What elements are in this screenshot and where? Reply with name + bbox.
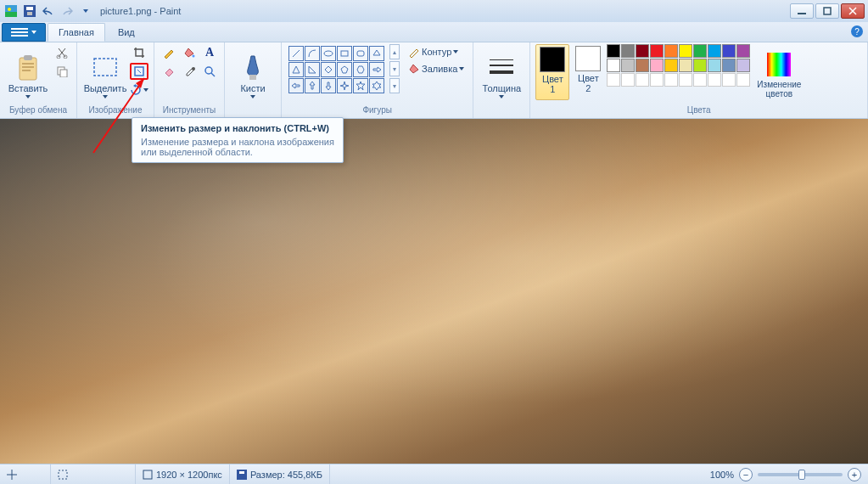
canvas-area [0,119,868,464]
palette-swatch[interactable] [650,73,664,87]
svg-rect-32 [237,470,247,480]
tab-home[interactable]: Главная [48,23,105,42]
help-button[interactable]: ? [851,25,863,37]
svg-rect-29 [767,53,791,76]
shapes-gallery[interactable] [287,44,386,95]
shape-star4[interactable] [337,78,352,93]
palette-swatch[interactable] [664,73,678,87]
svg-rect-16 [60,70,67,77]
shapes-scroll-down[interactable]: ▾ [389,61,400,76]
zoom-in-button[interactable]: + [848,468,861,481]
palette-swatch[interactable] [621,44,635,58]
quick-access-toolbar [0,3,93,19]
palette-swatch[interactable] [636,44,649,58]
shape-star5[interactable] [353,78,368,93]
close-button[interactable] [841,3,865,19]
shape-arrow-u[interactable] [305,78,320,93]
palette-swatch[interactable] [708,44,721,58]
palette-swatch[interactable] [722,44,736,58]
palette-swatch[interactable] [621,59,635,72]
zoom-slider[interactable] [758,473,843,476]
minimize-button[interactable] [790,3,814,19]
palette-swatch[interactable] [708,73,721,87]
maximize-button[interactable] [815,3,839,19]
redo-icon[interactable] [59,3,75,19]
paste-button[interactable]: Вставить [5,44,51,100]
size-label: Толщина [483,83,522,93]
save-icon[interactable] [22,3,37,19]
color2-button[interactable]: Цвет 2 [571,44,605,100]
text-tool[interactable]: A [200,44,219,61]
crop-button[interactable] [130,44,148,61]
brushes-button[interactable]: Кисти [230,44,276,100]
shape-triangle[interactable] [288,62,304,77]
palette-swatch[interactable] [650,59,664,72]
palette-swatch[interactable] [650,44,664,58]
palette-swatch[interactable] [736,59,750,72]
paste-label: Вставить [8,83,48,93]
eraser-tool[interactable] [160,63,178,80]
shape-pentagon[interactable] [337,62,352,77]
palette-swatch[interactable] [621,73,635,87]
cut-button[interactable] [53,44,71,61]
svg-rect-12 [22,70,31,71]
shape-outline-button[interactable]: Контур [405,44,468,59]
palette-swatch[interactable] [693,59,707,72]
zoom-out-button[interactable]: − [739,468,753,481]
palette-swatch[interactable] [708,59,721,72]
file-menu-button[interactable] [2,23,46,42]
color-picker-tool[interactable] [180,63,199,80]
canvas[interactable] [0,119,868,464]
window-controls [790,3,868,19]
shape-arrow-l[interactable] [288,78,304,93]
shape-arrow-d[interactable] [321,78,336,93]
spectrum-icon [765,51,792,78]
shape-polygon[interactable] [369,46,384,61]
palette-swatch[interactable] [693,44,707,58]
svg-point-23 [324,51,333,56]
palette-swatch[interactable] [722,73,736,87]
palette-swatch[interactable] [664,44,678,58]
shape-star6[interactable] [369,78,384,93]
shape-arrow-r[interactable] [369,62,384,77]
svg-point-19 [193,55,195,58]
magnifier-tool[interactable] [200,63,219,80]
shape-oval[interactable] [321,46,336,61]
palette-swatch[interactable] [679,44,692,58]
color2-swatch [575,46,601,71]
palette-swatch[interactable] [636,59,649,72]
shapes-expand[interactable]: ▾ [389,78,400,93]
shape-rtriangle[interactable] [305,62,320,77]
palette-swatch[interactable] [607,73,620,87]
shape-rect[interactable] [337,46,352,61]
palette-swatch[interactable] [679,59,692,72]
shape-roundrect[interactable] [353,46,368,61]
fill-tool[interactable] [180,44,199,61]
palette-swatch[interactable] [679,73,692,87]
tab-view[interactable]: Вид [107,23,146,42]
shape-diamond[interactable] [321,62,336,77]
shapes-scroll-up[interactable]: ▴ [389,44,400,59]
qat-dropdown[interactable] [78,3,93,19]
pencil-tool[interactable] [160,44,178,61]
palette-swatch[interactable] [736,73,750,87]
shape-curve[interactable] [305,46,320,61]
undo-icon[interactable] [41,3,56,19]
color1-button[interactable]: Цвет 1 [535,44,569,100]
palette-swatch[interactable] [736,44,750,58]
palette-swatch[interactable] [607,44,620,58]
palette-swatch[interactable] [693,73,707,87]
palette-swatch[interactable] [664,59,678,72]
palette-swatch[interactable] [636,73,649,87]
palette-swatch[interactable] [607,59,620,72]
bucket-icon [408,63,420,75]
edit-colors-button[interactable]: Изменение цветов [752,44,806,100]
shape-hexagon[interactable] [353,62,368,77]
crosshair-icon [7,470,17,480]
shape-line[interactable] [288,46,304,61]
size-button[interactable]: Толщина [479,44,524,100]
palette-swatch[interactable] [722,59,736,72]
copy-button[interactable] [53,63,71,80]
shape-fill-button[interactable]: Заливка [405,61,468,76]
zoom-slider-thumb[interactable] [798,470,805,480]
